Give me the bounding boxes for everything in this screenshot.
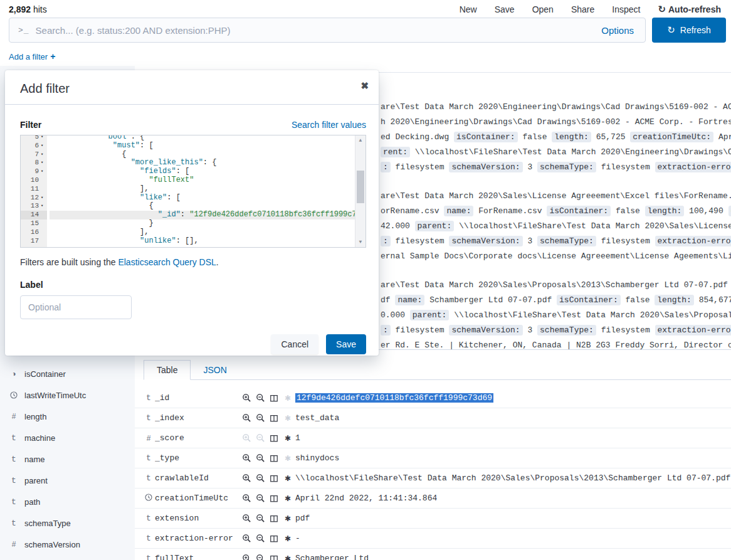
zoom-in-icon[interactable] xyxy=(241,393,251,403)
toggle-column-icon[interactable] xyxy=(269,393,279,403)
sidebar-field-lastWriteTimeUtc[interactable]: lastWriteTimeUtc xyxy=(0,384,135,406)
editor-gutter-line: 11 xyxy=(21,185,47,194)
field-name: extension xyxy=(155,514,241,523)
sidebar-field-parent[interactable]: tparent xyxy=(0,470,135,491)
toggle-column-icon[interactable] xyxy=(269,453,279,463)
editor-scrollbar[interactable]: ▲ ▼ xyxy=(355,135,366,247)
code-token: "like" xyxy=(140,193,167,202)
zoom-out-icon xyxy=(255,433,265,443)
zoom-out-icon[interactable] xyxy=(255,473,265,483)
doc-text: \\localhost\FileShare\Test Data March 20… xyxy=(410,147,731,157)
search-filter-values-link[interactable]: Search filter values xyxy=(292,120,366,130)
sidebar-field-isContainer[interactable]: ◑isContainer xyxy=(0,363,135,384)
toggle-column-icon[interactable] xyxy=(269,534,279,544)
zoom-in-icon[interactable] xyxy=(241,494,251,504)
filter-for-field-icon[interactable]: ✱ xyxy=(283,514,293,524)
filter-for-field-icon[interactable]: ✱ xyxy=(283,433,293,443)
sidebar-field-schemaVersion[interactable]: #schemaVersion xyxy=(0,534,135,555)
zoom-out-icon[interactable] xyxy=(255,494,265,504)
doc-text: h 2020\Engineering\Drawings\Cad Drawings… xyxy=(381,117,731,127)
fold-arrow-icon[interactable]: ▾ xyxy=(39,167,45,176)
sidebar-field-length[interactable]: #length xyxy=(0,406,135,427)
field-type-string-icon: t xyxy=(142,554,155,560)
filter-label-input[interactable] xyxy=(20,295,132,319)
fold-arrow-icon[interactable]: ▾ xyxy=(39,142,45,151)
filter-for-field-icon[interactable]: ✱ xyxy=(283,554,293,560)
field-name: _index xyxy=(155,413,241,423)
scroll-up-icon[interactable]: ▲ xyxy=(359,135,362,145)
field-name: _id xyxy=(155,393,241,403)
field-name: schemaVersion xyxy=(24,540,80,549)
save-button[interactable]: Save xyxy=(326,334,366,354)
toggle-column-icon[interactable] xyxy=(269,413,279,423)
code-token xyxy=(50,176,149,184)
sidebar-field-name[interactable]: tname xyxy=(0,448,135,470)
tab-json[interactable]: JSON xyxy=(191,361,239,379)
query-dsl-editor[interactable]: 5▾6▾7▾8▾9▾101112▾13▾14151617 "bool": { "… xyxy=(20,135,366,248)
fold-arrow-icon[interactable]: ▾ xyxy=(39,194,45,203)
add-filter-link[interactable]: Add a filter xyxy=(9,52,48,61)
doc-summary-line: rent: \\localhost\FileShare\Test Data Ma… xyxy=(381,145,731,160)
field-type-string-icon: t xyxy=(9,476,19,485)
line-number: 7 xyxy=(34,151,39,159)
zoom-in-icon[interactable] xyxy=(241,514,251,524)
nav-link-inspect[interactable]: Inspect xyxy=(612,4,640,14)
toggle-column-icon[interactable] xyxy=(269,554,279,560)
field-value: \\localhost\FileShare\Test Data March 20… xyxy=(295,473,731,483)
field-badge: extraction-error: xyxy=(655,162,731,172)
zoom-out-icon[interactable] xyxy=(255,393,265,403)
zoom-in-icon[interactable] xyxy=(241,413,251,423)
zoom-out-icon[interactable] xyxy=(255,453,265,463)
refresh-button[interactable]: ↻ Refresh xyxy=(652,18,726,43)
zoom-out-icon[interactable] xyxy=(255,554,265,560)
search-input[interactable] xyxy=(36,25,596,36)
filter-for-field-icon[interactable]: ✱ xyxy=(283,534,293,544)
sidebar-field-path[interactable]: tpath xyxy=(0,491,135,512)
nav-link-share[interactable]: Share xyxy=(571,4,594,14)
fold-arrow-icon[interactable]: ▾ xyxy=(39,135,45,142)
close-icon[interactable]: ✖ xyxy=(360,80,369,92)
doc-list: are\Test Data March 2020\Engineering\Dra… xyxy=(381,100,731,367)
code-token xyxy=(50,167,140,176)
doc-text: filesystem xyxy=(596,236,655,246)
nav-link-open[interactable]: Open xyxy=(532,4,554,14)
fold-arrow-icon[interactable]: ▾ xyxy=(39,151,45,159)
toggle-column-icon[interactable] xyxy=(269,514,279,524)
dsl-help-text: Filters are built using the Elasticsearc… xyxy=(20,257,366,267)
zoom-in-icon[interactable] xyxy=(241,534,251,544)
scrollbar-track[interactable] xyxy=(355,145,366,237)
zoom-out-icon[interactable] xyxy=(255,413,265,423)
filter-label: Filter xyxy=(20,120,41,130)
zoom-in-icon xyxy=(241,433,251,443)
scrollbar-thumb[interactable] xyxy=(357,171,364,203)
tab-table[interactable]: Table xyxy=(144,360,191,380)
doc-summary-line: : filesystem schemaVersion: 3 schemaType… xyxy=(381,160,731,175)
field-badge: : xyxy=(381,236,391,246)
nav-link-new[interactable]: New xyxy=(460,4,477,14)
fold-arrow-icon[interactable]: ▾ xyxy=(39,159,45,167)
doc-summary-line: h 2020\Engineering\Drawings\Cad Drawings… xyxy=(381,115,731,130)
filter-for-field-icon[interactable]: ✱ xyxy=(283,473,293,483)
editor-line: "must": [ xyxy=(50,142,355,151)
sidebar-field-schemaType[interactable]: tschemaType xyxy=(0,512,135,534)
toggle-column-icon[interactable] xyxy=(269,433,279,443)
zoom-out-icon[interactable] xyxy=(255,534,265,544)
nav-link-save[interactable]: Save xyxy=(495,4,515,14)
field-badge: name: xyxy=(444,206,473,216)
toggle-column-icon[interactable] xyxy=(269,473,279,483)
zoom-out-icon[interactable] xyxy=(255,514,265,524)
options-link[interactable]: Options xyxy=(601,25,636,36)
doc-summary-line: 42.000 parent: \\localhost\FileShare\Tes… xyxy=(381,219,731,234)
field-list: ◑isContainerlastWriteTimeUtc#lengthtmach… xyxy=(0,363,135,555)
elasticsearch-dsl-link[interactable]: Elasticsearch Query DSL xyxy=(118,257,216,267)
zoom-in-icon[interactable] xyxy=(241,554,251,560)
zoom-in-icon[interactable] xyxy=(241,473,251,483)
toggle-column-icon[interactable] xyxy=(269,494,279,504)
fold-arrow-icon[interactable]: ▾ xyxy=(39,202,45,211)
cancel-button[interactable]: Cancel xyxy=(271,334,318,354)
zoom-in-icon[interactable] xyxy=(241,453,251,463)
sidebar-field-machine[interactable]: tmachine xyxy=(0,427,135,448)
scroll-down-icon[interactable]: ▼ xyxy=(359,237,362,247)
auto-refresh-link[interactable]: ↻Auto-refresh xyxy=(658,4,721,15)
filter-for-field-icon[interactable]: ✱ xyxy=(283,494,293,504)
